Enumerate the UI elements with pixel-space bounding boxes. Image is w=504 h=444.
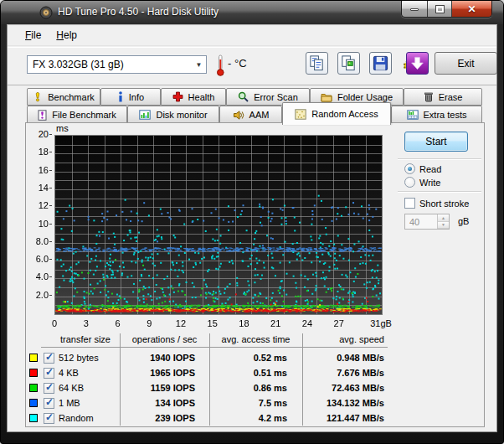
menu-bar: File Help <box>8 25 496 46</box>
write-label: Write <box>419 178 440 188</box>
save-icon <box>372 54 389 72</box>
drive-selector-value: FX 3.032GB (31 gB) <box>28 59 192 70</box>
chart-table-icon <box>407 110 419 120</box>
table-header: transfer size operations / sec avg. acce… <box>26 333 388 344</box>
start-label: Start <box>425 136 446 147</box>
start-button[interactable]: Start <box>404 132 468 152</box>
tab-row-1: Benchmark Info Health Error Scan Folder … <box>27 88 482 106</box>
y-tick-label: 18 <box>26 147 52 157</box>
read-radio-row[interactable]: Read <box>404 163 441 174</box>
tab-erase[interactable]: Erase <box>404 88 482 106</box>
exclamation-icon <box>33 91 43 102</box>
trash-icon <box>424 91 434 102</box>
iops-value: 239 IOPS <box>120 413 209 423</box>
read-radio[interactable] <box>404 163 415 174</box>
maximize-button[interactable] <box>428 1 452 18</box>
header-access-time: avg. access time <box>209 333 302 344</box>
scatter-icon <box>295 109 306 120</box>
tab-aam-label: AAM <box>249 110 270 120</box>
thermometer-icon <box>215 54 226 77</box>
speed-value: 134.132 MB/s <box>302 398 388 408</box>
iops-value: 1159 IOPS <box>120 383 209 393</box>
update-arrow-icon <box>409 55 425 71</box>
tab-file-benchmark-label: File Benchmark <box>52 110 116 120</box>
series-label: 1 MB <box>59 398 120 408</box>
speed-value: 72.463 MB/s <box>302 383 388 393</box>
tab-extra-tests[interactable]: Extra tests <box>391 106 482 124</box>
copy-image-button[interactable] <box>337 52 360 75</box>
tab-folder-usage-label: Folder Usage <box>337 92 393 102</box>
title-bar[interactable]: HD Tune Pro 4.50 - Hard Disk Utility ✕ <box>1 1 503 24</box>
app-disk-icon <box>39 6 53 19</box>
series-label: 512 bytes <box>59 353 120 363</box>
check-icon: ✓ <box>45 411 54 423</box>
tab-aam[interactable]: AAM <box>219 106 282 124</box>
tab-random-access-label: Random Access <box>311 109 378 119</box>
save-button[interactable] <box>369 52 392 75</box>
magnifier-icon <box>238 91 249 102</box>
y-tick-label: 20 <box>26 129 52 139</box>
tab-disk-monitor[interactable]: Disk monitor <box>127 106 219 124</box>
y-tick-label: 2.0 <box>26 290 52 300</box>
series-checkbox[interactable]: ✓ <box>44 398 54 409</box>
series-color-swatch <box>29 414 38 422</box>
check-icon: ✓ <box>45 381 54 393</box>
access-time-value: 7.5 ms <box>209 398 302 408</box>
table-row: ✓ 4 KB 1965 IOPS 0.51 ms 7.676 MB/s <box>26 365 388 380</box>
drive-selector[interactable]: FX 3.032GB (31 gB) ▼ <box>27 55 207 74</box>
info-icon <box>117 91 124 102</box>
spin-up-icon[interactable]: ▲ <box>438 214 449 222</box>
y-tick-label: 6.0 <box>26 254 52 264</box>
series-checkbox[interactable]: ✓ <box>44 353 54 364</box>
menu-help[interactable]: Help <box>49 27 85 44</box>
update-button[interactable] <box>406 52 429 75</box>
series-checkbox[interactable]: ✓ <box>44 368 54 379</box>
read-label: Read <box>419 164 441 174</box>
tab-health-label: Health <box>188 92 215 102</box>
tab-erase-label: Erase <box>439 92 463 102</box>
exit-button[interactable]: Exit <box>435 52 497 75</box>
tab-extra-tests-label: Extra tests <box>424 110 467 120</box>
write-radio[interactable] <box>404 177 415 188</box>
toolbar: FX 3.032GB (31 gB) ▼ - °C <box>8 47 496 85</box>
plot-frame <box>54 135 383 315</box>
series-checkbox[interactable]: ✓ <box>44 383 54 394</box>
tab-health[interactable]: Health <box>161 88 226 106</box>
write-radio-row[interactable]: Write <box>404 177 440 188</box>
red-cross-icon <box>172 91 183 102</box>
series-color-swatch <box>29 369 38 377</box>
series-checkbox[interactable]: ✓ <box>44 413 54 424</box>
minimize-icon <box>410 8 419 11</box>
tab-file-benchmark[interactable]: File Benchmark <box>27 106 127 124</box>
close-button[interactable]: ✕ <box>452 1 491 18</box>
speed-value: 0.948 MB/s <box>302 353 388 363</box>
separator <box>398 191 481 193</box>
stroke-size-spinner[interactable]: 40 ▲ ▼ <box>404 214 450 230</box>
minimize-button[interactable] <box>402 1 428 18</box>
chevron-down-icon: ▼ <box>192 61 206 69</box>
window-title: HD Tune Pro 4.50 - Hard Disk Utility <box>58 1 219 24</box>
short-stroke-checkbox[interactable] <box>404 198 415 209</box>
y-tick-label: 10 <box>26 219 52 229</box>
iops-value: 1940 IOPS <box>120 353 209 363</box>
tab-random-access[interactable]: Random Access <box>282 102 391 125</box>
short-stroke-row[interactable]: Short stroke <box>404 198 469 209</box>
menu-file[interactable]: File <box>18 27 49 44</box>
tab-info-label: Info <box>129 92 144 102</box>
window-controls: ✕ <box>401 1 492 18</box>
y-axis-unit-label: ms <box>56 123 69 133</box>
stroke-size-unit: gB <box>458 216 469 226</box>
header-operations: operations / sec <box>120 333 209 344</box>
copy-text-icon <box>308 54 326 72</box>
check-icon: ✓ <box>45 366 54 378</box>
y-tick-label: 12 <box>26 200 52 210</box>
temperature-unit: °C <box>234 57 247 70</box>
client-area: File Help FX 3.032GB (31 gB) ▼ - °C <box>7 24 497 432</box>
check-icon: ✓ <box>45 396 54 408</box>
copy-text-button[interactable] <box>306 52 328 75</box>
speed-value: 121.447 MB/s <box>302 413 388 423</box>
tab-error-scan-label: Error Scan <box>254 92 298 102</box>
tab-info[interactable]: Info <box>100 88 161 106</box>
tab-benchmark[interactable]: Benchmark <box>27 88 100 106</box>
spin-down-icon[interactable]: ▼ <box>438 222 449 230</box>
